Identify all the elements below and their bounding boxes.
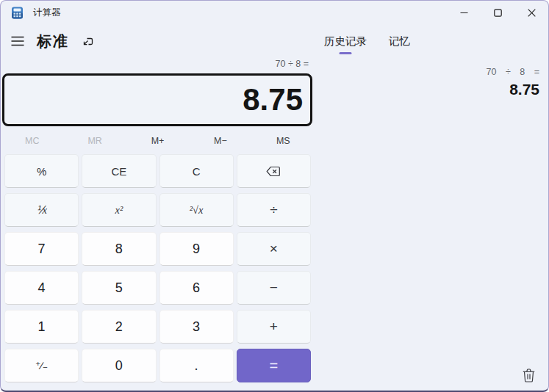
mode-title: 标准 bbox=[37, 32, 69, 51]
square-button[interactable]: x² bbox=[82, 193, 156, 227]
digit-3-button[interactable]: 3 bbox=[159, 310, 234, 344]
hamburger-icon bbox=[11, 36, 24, 46]
titlebar: 计算器 bbox=[1, 1, 548, 24]
digit-7-button[interactable]: 7 bbox=[4, 232, 79, 266]
digit-0-button[interactable]: 0 bbox=[82, 349, 156, 382]
divide-button[interactable]: ÷ bbox=[237, 193, 311, 227]
digit-6-button[interactable]: 6 bbox=[159, 271, 234, 305]
digit-1-button[interactable]: 1 bbox=[4, 310, 79, 344]
digit-5-button[interactable]: 5 bbox=[82, 271, 156, 305]
close-button[interactable] bbox=[514, 1, 548, 24]
window-title: 计算器 bbox=[33, 7, 61, 19]
clear-button[interactable]: C bbox=[159, 154, 234, 188]
subtract-button[interactable]: − bbox=[237, 271, 311, 305]
tab-memory-label: 记忆 bbox=[389, 35, 410, 47]
calculator-window: 计算器 标准 bbox=[0, 0, 549, 392]
keep-on-top-icon bbox=[82, 35, 94, 48]
panel-tabs: 历史记录 记忆 bbox=[315, 24, 548, 56]
history-entry[interactable]: 70 ÷ 8 = 8.75 bbox=[487, 67, 539, 98]
percent-button[interactable]: % bbox=[4, 154, 79, 188]
calc-header: 标准 bbox=[1, 24, 315, 58]
decimal-button[interactable]: . bbox=[159, 349, 234, 382]
clear-history-button[interactable] bbox=[518, 365, 539, 385]
memory-recall-button[interactable]: MR bbox=[63, 131, 126, 150]
minimize-icon bbox=[460, 9, 468, 17]
tab-history-label: 历史记录 bbox=[324, 35, 367, 47]
tab-history[interactable]: 历史记录 bbox=[323, 35, 368, 56]
main-display: 8.75 bbox=[2, 73, 312, 126]
keypad: % CE C ⅟x x² ²√x ÷ 7 8 9 × 4 5 6 − 1 bbox=[4, 154, 311, 382]
calculator-pane: 标准 70 ÷ 8 = 8.75 MC MR M+ M− MS % CE C bbox=[1, 24, 315, 391]
history-entry-expression: 70 ÷ 8 = bbox=[487, 67, 539, 77]
memory-store-button[interactable]: MS bbox=[252, 131, 315, 150]
tab-memory[interactable]: 记忆 bbox=[387, 35, 412, 56]
display-expression: 70 ÷ 8 = bbox=[1, 59, 315, 70]
active-tab-underline bbox=[340, 52, 352, 54]
equals-button[interactable]: = bbox=[237, 349, 311, 382]
memory-subtract-button[interactable]: M− bbox=[189, 131, 251, 150]
digit-8-button[interactable]: 8 bbox=[82, 232, 156, 266]
memory-add-button[interactable]: M+ bbox=[126, 131, 189, 150]
add-button[interactable]: + bbox=[237, 310, 311, 344]
history-entry-result: 8.75 bbox=[487, 81, 539, 98]
reciprocal-button[interactable]: ⅟x bbox=[4, 193, 79, 227]
trash-icon bbox=[523, 369, 535, 382]
minimize-button[interactable] bbox=[447, 1, 481, 24]
history-panel: 历史记录 记忆 70 ÷ 8 = 8.75 bbox=[315, 24, 548, 391]
window-controls bbox=[447, 1, 548, 24]
multiply-button[interactable]: × bbox=[237, 232, 311, 266]
digit-9-button[interactable]: 9 bbox=[159, 232, 234, 266]
clear-entry-button[interactable]: CE bbox=[82, 154, 156, 188]
backspace-button[interactable] bbox=[237, 154, 311, 188]
digit-2-button[interactable]: 2 bbox=[82, 310, 156, 344]
memory-row: MC MR M+ M− MS bbox=[1, 131, 315, 150]
backspace-icon bbox=[266, 166, 281, 177]
maximize-icon bbox=[494, 9, 502, 17]
close-icon bbox=[528, 9, 536, 17]
memory-clear-button[interactable]: MC bbox=[1, 131, 63, 150]
square-root-button[interactable]: ²√x bbox=[159, 193, 234, 227]
maximize-button[interactable] bbox=[481, 1, 514, 24]
keep-on-top-button[interactable] bbox=[76, 31, 98, 51]
menu-button[interactable] bbox=[5, 29, 30, 53]
calculator-icon bbox=[11, 7, 24, 19]
digit-4-button[interactable]: 4 bbox=[4, 271, 79, 305]
negate-button[interactable]: ⁺∕₋ bbox=[4, 349, 79, 382]
